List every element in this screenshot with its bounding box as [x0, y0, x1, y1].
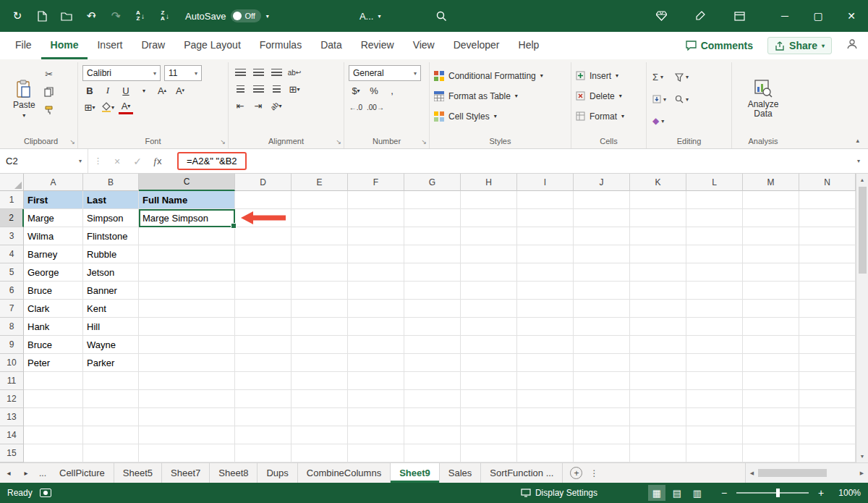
cell-C1[interactable]: Full Name: [139, 191, 235, 209]
cell-B14[interactable]: [83, 426, 139, 444]
sheet-nav-right-icon[interactable]: ▸: [17, 463, 35, 483]
cell-I3[interactable]: [517, 227, 574, 245]
align-top-icon[interactable]: [233, 65, 247, 80]
cell-A6[interactable]: Bruce: [24, 282, 83, 300]
cell-D12[interactable]: [235, 390, 292, 408]
cell-A8[interactable]: Hank: [24, 318, 83, 336]
column-header-I[interactable]: I: [517, 174, 574, 191]
collapse-ribbon-icon[interactable]: ▴: [856, 137, 859, 144]
minimize-button[interactable]: ─: [768, 0, 801, 32]
cell-I15[interactable]: [517, 444, 574, 462]
sort-descending-icon[interactable]: ZA↓: [155, 6, 175, 26]
underline-button[interactable]: U: [119, 83, 133, 98]
select-all-button[interactable]: [0, 174, 24, 191]
cell-C6[interactable]: [139, 282, 235, 300]
row-header-6[interactable]: 6: [0, 282, 24, 300]
cell-A13[interactable]: [24, 408, 83, 426]
workbook-title-dropdown[interactable]: A... ▾: [359, 11, 381, 22]
cell-B11[interactable]: [83, 372, 139, 390]
cell-D13[interactable]: [235, 408, 292, 426]
column-header-A[interactable]: A: [24, 174, 83, 191]
cell-M3[interactable]: [743, 227, 799, 245]
column-header-F[interactable]: F: [348, 174, 404, 191]
tab-data[interactable]: Data: [311, 32, 352, 59]
insert-cells-button[interactable]: Insert ▾: [576, 67, 624, 85]
cell-E12[interactable]: [292, 390, 348, 408]
zoom-slider-thumb[interactable]: [776, 489, 780, 497]
cell-J4[interactable]: [574, 245, 630, 263]
cell-E15[interactable]: [292, 444, 348, 462]
cell-H13[interactable]: [461, 408, 517, 426]
cell-E8[interactable]: [292, 318, 348, 336]
cell-C14[interactable]: [139, 426, 235, 444]
format-as-table-button[interactable]: Format as Table ▾: [434, 87, 543, 105]
cell-I13[interactable]: [517, 408, 574, 426]
autosave-pill[interactable]: Off: [231, 9, 260, 22]
vertical-scrollbar[interactable]: ▲ ▼: [856, 174, 868, 462]
comments-button[interactable]: Comments: [686, 40, 753, 51]
sheet-nav-left-icon[interactable]: ◂: [0, 463, 17, 483]
cell-H6[interactable]: [461, 282, 517, 300]
cell-G3[interactable]: [404, 227, 461, 245]
formula-input[interactable]: =A2&" "&B2: [167, 152, 849, 170]
new-sheet-button[interactable]: +: [570, 467, 582, 479]
cell-D2[interactable]: [235, 209, 292, 227]
macro-record-icon[interactable]: [40, 489, 51, 497]
cell-C7[interactable]: [139, 300, 235, 318]
cell-C15[interactable]: [139, 444, 235, 462]
cell-K1[interactable]: [630, 191, 686, 209]
row-header-1[interactable]: 1: [0, 191, 24, 209]
cell-H12[interactable]: [461, 390, 517, 408]
cell-G4[interactable]: [404, 245, 461, 263]
align-left-icon[interactable]: [233, 82, 247, 96]
cell-C8[interactable]: [139, 318, 235, 336]
cell-I6[interactable]: [517, 282, 574, 300]
column-header-G[interactable]: G: [404, 174, 461, 191]
diamond-icon[interactable]: [651, 6, 671, 26]
cell-L14[interactable]: [686, 426, 743, 444]
cell-L7[interactable]: [686, 300, 743, 318]
cell-F12[interactable]: [348, 390, 404, 408]
cell-K4[interactable]: [630, 245, 686, 263]
cell-L1[interactable]: [686, 191, 743, 209]
cell-K8[interactable]: [630, 318, 686, 336]
tab-file[interactable]: File: [6, 32, 41, 59]
redo-icon[interactable]: ↷▾: [106, 6, 126, 26]
wrap-text-icon[interactable]: ab↩: [287, 65, 302, 80]
cell-G1[interactable]: [404, 191, 461, 209]
cell-L9[interactable]: [686, 336, 743, 354]
cell-L13[interactable]: [686, 408, 743, 426]
page-break-view-icon[interactable]: ▥: [689, 485, 706, 501]
cell-F1[interactable]: [348, 191, 404, 209]
cell-B4[interactable]: Rubble: [83, 245, 139, 263]
sheet-overflow-indicator[interactable]: ...: [35, 463, 51, 483]
cell-D7[interactable]: [235, 300, 292, 318]
cell-M8[interactable]: [743, 318, 799, 336]
zoom-level[interactable]: 100%: [833, 488, 861, 498]
cell-I9[interactable]: [517, 336, 574, 354]
cell-F10[interactable]: [348, 354, 404, 372]
number-dialog-launcher[interactable]: ↘: [421, 138, 427, 145]
cut-icon[interactable]: ✂: [41, 67, 57, 81]
format-cells-button[interactable]: Format ▾: [576, 107, 624, 125]
tab-page-layout[interactable]: Page Layout: [174, 32, 250, 59]
tab-formulas[interactable]: Formulas: [250, 32, 311, 59]
alignment-dialog-launcher[interactable]: ↘: [336, 138, 341, 145]
cell-E9[interactable]: [292, 336, 348, 354]
cell-D3[interactable]: [235, 227, 292, 245]
cell-H11[interactable]: [461, 372, 517, 390]
cell-C11[interactable]: [139, 372, 235, 390]
cell-A15[interactable]: [24, 444, 83, 462]
ribbon-display-options-icon[interactable]: [729, 6, 749, 26]
cell-M9[interactable]: [743, 336, 799, 354]
cell-F13[interactable]: [348, 408, 404, 426]
cell-J6[interactable]: [574, 282, 630, 300]
borders-icon[interactable]: ⊞▾: [82, 100, 97, 114]
cell-L4[interactable]: [686, 245, 743, 263]
align-bottom-icon[interactable]: [269, 65, 284, 80]
cell-J5[interactable]: [574, 263, 630, 282]
cell-G5[interactable]: [404, 263, 461, 282]
share-button[interactable]: Share ▾: [767, 37, 832, 54]
cell-A10[interactable]: Peter: [24, 354, 83, 372]
cell-H4[interactable]: [461, 245, 517, 263]
